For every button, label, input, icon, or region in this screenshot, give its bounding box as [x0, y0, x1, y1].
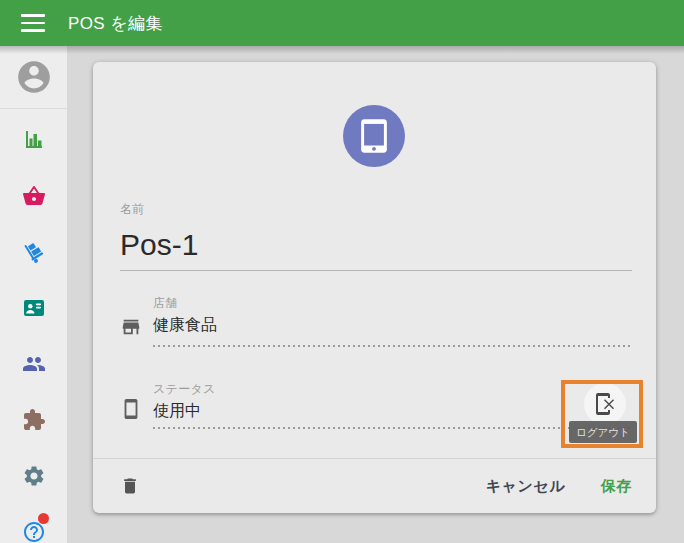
account-circle-icon: [15, 58, 53, 96]
store-underline: [153, 345, 632, 347]
name-label: 名前: [120, 202, 632, 216]
name-field: 名前: [120, 202, 632, 271]
tablet-icon: [358, 118, 390, 154]
hamburger-menu-icon[interactable]: [21, 14, 45, 32]
sidebar-item-products[interactable]: [0, 168, 67, 224]
sidebar-item-account[interactable]: [0, 46, 67, 109]
basket-icon: [22, 184, 46, 208]
page-title: POS を編集: [68, 12, 163, 35]
status-field: ステータス 使用中: [120, 382, 632, 429]
store-field: 店舗 健康食品: [120, 296, 632, 347]
header-shadow: [0, 46, 684, 54]
contact-card-icon: [22, 296, 46, 320]
sidebar-item-help[interactable]: [0, 504, 67, 543]
pos-edit-card: 名前 店舗 健康食品 ステータス 使用中: [93, 62, 656, 513]
status-label: ステータス: [153, 382, 632, 396]
phone-logout-icon[interactable]: [593, 392, 617, 416]
bar-chart-icon: [22, 128, 46, 152]
sidebar-item-supply[interactable]: [0, 224, 67, 280]
sidebar: [0, 46, 67, 543]
save-button[interactable]: 保存: [601, 477, 632, 496]
sidebar-item-settings[interactable]: [0, 448, 67, 504]
sidebar-nav: [0, 109, 67, 543]
store-field-inner: 店舗 健康食品: [153, 296, 632, 347]
smartphone-icon: [120, 398, 142, 420]
name-input[interactable]: [120, 222, 632, 268]
store-icon: [120, 316, 142, 338]
trolley-icon: [22, 240, 46, 264]
store-value: 健康食品: [153, 314, 632, 345]
status-value: 使用中: [153, 400, 632, 427]
pos-edit-screen: POS を編集: [0, 0, 684, 543]
trash-icon[interactable]: [120, 476, 140, 496]
sidebar-item-contacts[interactable]: [0, 280, 67, 336]
app-header: POS を編集: [0, 0, 684, 46]
sidebar-item-staff[interactable]: [0, 336, 67, 392]
card-footer: キャンセル 保存: [93, 458, 656, 513]
sidebar-item-reports[interactable]: [0, 112, 67, 168]
notification-badge: [38, 513, 49, 524]
people-icon: [22, 352, 46, 376]
sidebar-item-extensions[interactable]: [0, 392, 67, 448]
status-field-inner: ステータス 使用中: [153, 382, 632, 429]
pos-avatar: [343, 105, 405, 167]
status-underline: [153, 427, 632, 429]
puzzle-icon: [22, 408, 46, 432]
store-label: 店舗: [153, 296, 632, 310]
name-underline: [120, 270, 632, 271]
logout-tooltip: ログアウト: [569, 421, 637, 443]
cancel-button[interactable]: キャンセル: [486, 477, 565, 496]
gear-icon: [22, 464, 46, 488]
